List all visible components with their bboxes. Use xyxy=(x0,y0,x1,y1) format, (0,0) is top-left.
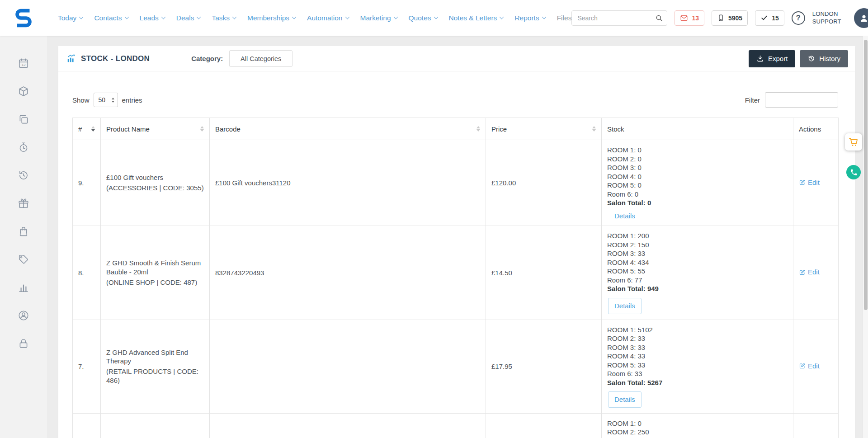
sort-arrows-icon xyxy=(476,126,480,132)
category-select[interactable]: All Categories xyxy=(229,50,292,67)
stock-table-body: 9. £100 Gift vouchers (ACCESSORIES | COD… xyxy=(73,140,839,438)
actions-cell: Edit xyxy=(793,140,839,226)
details-button[interactable]: Details xyxy=(608,391,642,408)
table-row: 7. Z GHD Advanced Split End Therapy (RET… xyxy=(73,320,839,413)
sidebar-item-lock[interactable] xyxy=(17,337,30,350)
sidebar-item-copy[interactable] xyxy=(17,113,30,126)
menu-leads[interactable]: Leads xyxy=(140,14,165,22)
history-icon xyxy=(18,170,29,181)
sidebar-item-history[interactable] xyxy=(17,169,30,182)
sidebar-item-shopping-bag[interactable] xyxy=(17,225,30,238)
cart-widget-button[interactable] xyxy=(845,133,862,151)
column-header-product-name[interactable]: Product Name xyxy=(101,118,210,140)
column-header-label: Stock xyxy=(607,125,624,133)
checks-count: 15 xyxy=(772,14,779,22)
stock-lines: ROOM 1: 5102ROOM 2: 33ROOM 3: 33ROOM 4: … xyxy=(607,325,788,378)
entries-label: entries xyxy=(122,96,142,104)
column-header-label: Barcode xyxy=(215,125,241,133)
stock-line: ROOM 5: 33 xyxy=(607,361,788,370)
calendar-icon xyxy=(18,57,29,69)
menu-deals[interactable]: Deals xyxy=(176,14,201,22)
sidebar-item-gift[interactable] xyxy=(17,197,30,210)
column-header-number[interactable]: # xyxy=(73,118,101,140)
product-meta: (RETAIL PRODUCTS | CODE: 486) xyxy=(106,367,204,385)
stock-line: ROOM 3: 0 xyxy=(607,163,788,172)
column-header-barcode[interactable]: Barcode xyxy=(210,118,486,140)
checks-badge[interactable]: 15 xyxy=(755,10,784,26)
details-button[interactable]: Details xyxy=(614,212,635,221)
product-name-cell: £100 Gift vouchers (ACCESSORIES | CODE: … xyxy=(101,140,210,226)
menu-today[interactable]: Today xyxy=(58,14,83,22)
envelope-icon xyxy=(680,14,688,22)
menu-marketing[interactable]: Marketing xyxy=(360,14,397,22)
calls-badge[interactable]: 5905 xyxy=(712,10,748,26)
show-label: Show xyxy=(72,96,90,104)
app-logo-icon[interactable] xyxy=(13,7,34,29)
filter-input[interactable] xyxy=(765,92,838,108)
edit-button[interactable]: Edit xyxy=(799,178,820,187)
menu-reports[interactable]: Reports xyxy=(514,14,545,22)
column-header-price[interactable]: Price xyxy=(486,118,602,140)
menu-automation[interactable]: Automation xyxy=(307,14,349,22)
search-icon[interactable] xyxy=(655,14,663,22)
price-value xyxy=(486,413,602,438)
history-label: History xyxy=(819,55,840,62)
menu-tasks[interactable]: Tasks xyxy=(212,14,236,22)
edit-icon xyxy=(799,179,806,186)
salon-total: Salon Total: 5267 xyxy=(607,378,788,387)
details-button[interactable]: Details xyxy=(608,298,642,314)
export-label: Export xyxy=(768,55,788,62)
sidebar-item-bar-chart[interactable] xyxy=(17,281,30,294)
sidebar-item-stopwatch[interactable] xyxy=(17,141,30,154)
product-meta: (ONLINE SHOP | CODE: 487) xyxy=(106,278,204,287)
chevron-down-icon xyxy=(434,15,438,19)
salon-total: Salon Total: 0 xyxy=(607,198,788,207)
column-header-actions[interactable]: Actions xyxy=(793,118,839,140)
product-name: Z GHD Smooth & Finish Serum Bauble - 20m… xyxy=(106,259,204,277)
edit-button[interactable]: Edit xyxy=(799,362,820,371)
stock-cell: ROOM 1: 0ROOM 2: 250ROOM 3: 248ROOM 4: 2… xyxy=(602,413,793,438)
stock-lines: ROOM 1: 0ROOM 2: 0ROOM 3: 0ROOM 4: 0ROOM… xyxy=(607,146,788,198)
chevron-down-icon xyxy=(232,15,237,19)
copy-icon xyxy=(18,113,29,125)
sidebar-item-package[interactable] xyxy=(17,85,30,98)
menu-memberships[interactable]: Memberships xyxy=(247,14,296,22)
menu-quotes[interactable]: Quotes xyxy=(409,14,438,22)
menu-contacts[interactable]: Contacts xyxy=(94,14,128,22)
phone-widget-button[interactable] xyxy=(846,165,861,179)
stock-line: ROOM 1: 0 xyxy=(607,419,788,428)
search-input[interactable] xyxy=(577,14,655,22)
column-header-stock[interactable]: Stock xyxy=(602,118,793,140)
avatar[interactable] xyxy=(854,8,868,28)
bar-chart-icon xyxy=(18,282,29,293)
product-name-cell: Z GHD Smooth & Finish Serum Bauble - 20m… xyxy=(101,226,210,320)
card-body: Show 50 entries Filter xyxy=(58,92,855,438)
export-button[interactable]: Export xyxy=(749,50,795,67)
history-button[interactable]: History xyxy=(800,50,848,67)
page-size-select[interactable]: 50 xyxy=(94,93,118,107)
package-icon xyxy=(18,85,29,97)
help-icon[interactable]: ? xyxy=(792,11,805,25)
stock-line: ROOM 2: 250 xyxy=(607,428,788,437)
messages-badge[interactable]: 13 xyxy=(675,10,704,26)
card-header: STOCK - LONDON Category: All Categories … xyxy=(58,46,855,71)
sidebar-item-account[interactable] xyxy=(17,309,30,322)
page-size-value: 50 xyxy=(99,96,106,104)
scrollbar-thumb[interactable] xyxy=(864,40,868,310)
sidebar-item-tag[interactable] xyxy=(17,253,30,266)
edit-icon xyxy=(799,363,806,369)
menu-notes-letters[interactable]: Notes & Letters xyxy=(449,14,504,22)
gift-icon xyxy=(18,198,29,209)
edit-button[interactable]: Edit xyxy=(799,268,820,277)
table-row: 9. £100 Gift vouchers (ACCESSORIES | COD… xyxy=(73,140,839,226)
barcode-value xyxy=(210,320,486,413)
product-name-cell xyxy=(101,413,210,438)
sidebar-item-calendar[interactable] xyxy=(17,57,30,70)
page-scrollbar[interactable] xyxy=(863,36,868,438)
stock-line: ROOM 4: 0 xyxy=(607,172,788,181)
column-header-label: # xyxy=(78,125,82,133)
menu-files[interactable]: Files xyxy=(557,14,572,22)
search-box[interactable] xyxy=(571,10,667,26)
edit-icon xyxy=(799,269,806,276)
price-value: £17.95 xyxy=(486,320,602,413)
